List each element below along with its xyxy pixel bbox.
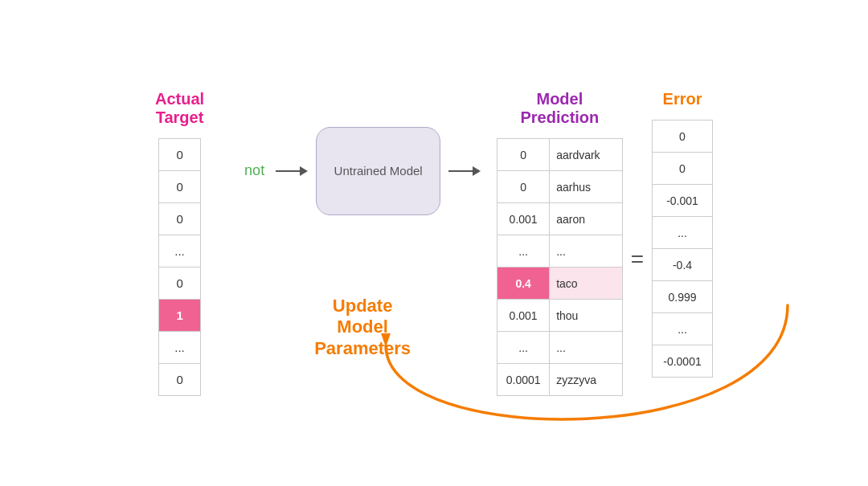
model-prediction-title: Model Prediction [520, 90, 599, 127]
prediction-table-container: 000.001...0.40.001...0.0001 aardvarkaarh… [497, 138, 623, 396]
actual-target-cell: 0 [159, 268, 201, 300]
middle-section: not Untrained Model Update Model Paramet… [244, 127, 481, 359]
arrow-from-model [448, 166, 481, 176]
model-box: Untrained Model [316, 127, 440, 215]
arrow-to-model [276, 166, 308, 176]
prediction-value-cell: 0.001 [497, 203, 550, 235]
actual-target-cell: ... [159, 332, 201, 364]
prediction-value-cell: 0 [497, 171, 550, 203]
prediction-word-cell: aaron [550, 203, 622, 235]
error-cell: 0 [653, 120, 713, 153]
prediction-word-cell: zyzzyva [550, 364, 622, 396]
model-row: not Untrained Model [244, 127, 481, 215]
actual-target-cell: 0 [159, 364, 201, 396]
error-cell: ... [653, 217, 713, 249]
error-cell: 0 [653, 153, 713, 185]
actual-target-cell: 0 [159, 171, 201, 203]
error-cell: ... [653, 313, 713, 345]
actual-target-cell: 0 [159, 203, 201, 235]
error-table: 00-0.001...-0.40.999...-0.0001 [652, 120, 713, 378]
prediction-word-cell: taco [550, 268, 622, 300]
prediction-word-cell: aarhus [550, 171, 622, 203]
update-label: Update Model Parameters [314, 296, 411, 359]
actual-target-title: Actual Target [155, 90, 204, 127]
prediction-word-cell: ... [550, 235, 622, 268]
prediction-word-cell: thou [550, 300, 622, 332]
error-cell: -0.0001 [653, 345, 713, 378]
prediction-value-cell: ... [497, 235, 550, 268]
prediction-value-cell: 0.001 [497, 300, 550, 332]
error-cell: -0.4 [653, 249, 713, 281]
error-cell: 0.999 [653, 281, 713, 313]
prediction-value-cell: 0 [497, 139, 550, 171]
prediction-value-cell: ... [497, 332, 550, 364]
actual-target-cell: ... [159, 235, 201, 268]
prediction-word-cell: ... [550, 332, 622, 364]
main-container: Actual Target 000...01...0 not Untrained… [0, 0, 868, 486]
error-section: Error 00-0.001...-0.40.999...-0.0001 [652, 90, 713, 378]
prediction-word-cell: aardvark [550, 139, 622, 171]
error-cell: -0.001 [653, 185, 713, 217]
actual-target-cell: 1 [159, 300, 201, 332]
prediction-section: Model Prediction 000.001...0.40.001...0.… [497, 90, 623, 396]
prediction-value-cell: 0.4 [497, 268, 550, 300]
actual-target-table: 000...01...0 [158, 138, 201, 396]
not-label: not [244, 162, 264, 179]
actual-target-cell: 0 [159, 139, 201, 171]
prediction-values-table: 000.001...0.40.001...0.0001 [497, 138, 550, 396]
actual-target-section: Actual Target 000...01...0 [155, 90, 204, 396]
prediction-value-cell: 0.0001 [497, 364, 550, 396]
right-section: Model Prediction 000.001...0.40.001...0.… [497, 90, 713, 396]
error-title: Error [663, 90, 702, 108]
prediction-words-table: aardvarkaarhusaaron...tacothou...zyzzyva [550, 138, 623, 396]
equals-sign: = [623, 247, 652, 272]
